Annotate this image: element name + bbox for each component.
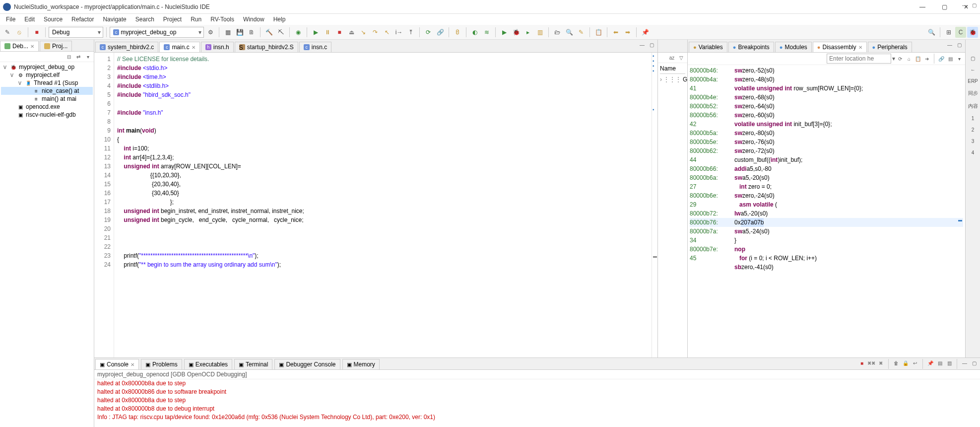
step-into-icon[interactable]: ↘ <box>358 27 369 38</box>
close-tab-icon[interactable]: ✕ <box>131 362 134 367</box>
disasm-row[interactable]: 27 int zero = 0; <box>690 182 963 191</box>
reconnect-icon[interactable]: 🔗 <box>435 27 446 38</box>
remove-all-icon[interactable]: ✖ <box>877 359 885 367</box>
disasm-row[interactable]: 80000b56: sw zero,-60(s0) <box>690 111 963 120</box>
disasm-row[interactable]: 45 for (i = 0; i < ROW_LEN; i++) <box>690 254 963 263</box>
debug-tree[interactable]: v🐞myproject_debug_opv⚙myproject.elfv🧵Thr… <box>0 62 94 427</box>
sidebar-item[interactable]: 同步 <box>967 89 979 98</box>
sort-icon[interactable]: az <box>668 54 676 62</box>
tab-console[interactable]: ▣Console✕ <box>95 359 139 369</box>
save-all-icon[interactable]: 🗎 <box>246 27 257 38</box>
menu-rv-tools[interactable]: RV-Tools <box>206 15 238 24</box>
disasm-row[interactable]: 80000b76: 0x207a07b <box>690 218 963 227</box>
tree-item[interactable]: v⚙myproject.elf <box>1 71 93 79</box>
trace-icon[interactable]: ◐ <box>469 27 480 38</box>
menu-refactor[interactable]: Refactor <box>67 15 98 24</box>
menu-help[interactable]: Help <box>269 15 290 24</box>
terminate-icon[interactable]: ■ <box>334 27 345 38</box>
tab-modules[interactable]: ●Modules <box>775 42 812 52</box>
open-console-icon[interactable]: ▥ <box>945 359 953 367</box>
open-perspective-icon[interactable]: ⊞ <box>943 27 954 38</box>
tab-project-explorer[interactable]: Proj... <box>40 41 72 51</box>
filter-icon[interactable]: ▽ <box>677 54 685 62</box>
resume-icon[interactable]: ▶ <box>310 27 321 38</box>
location-input[interactable] <box>827 54 891 64</box>
disconnect-icon[interactable]: ⏏ <box>346 27 357 38</box>
menu-project[interactable]: Project <box>159 15 186 24</box>
overview-ruler[interactable]: ▪▪▪▪ ▪ <box>652 53 657 357</box>
editor-tab[interactable]: hinsn.h <box>201 42 234 52</box>
collapse-all-icon[interactable]: ⊟ <box>65 53 73 61</box>
run-icon[interactable]: ▶ <box>499 27 510 38</box>
tab-variables[interactable]: ●Variables <box>689 42 727 52</box>
terminate-icon[interactable]: ■ <box>858 359 866 367</box>
build-icon[interactable]: 🔨 <box>263 27 274 38</box>
remove-terminated-icon[interactable]: ✖✖ <box>867 359 875 367</box>
sidebar-item[interactable]: 1 <box>971 115 976 122</box>
stop-icon[interactable]: ■ <box>31 27 42 38</box>
mark-icon[interactable]: ✎ <box>576 27 587 38</box>
tab-problems[interactable]: ▣Problems <box>141 359 182 369</box>
build-all-icon[interactable]: ⛏ <box>275 27 286 38</box>
close-tab-icon[interactable]: ✕ <box>30 44 34 49</box>
sidebar-item[interactable]: 4 <box>971 149 976 156</box>
tree-item[interactable]: v🧵Thread #1 (Susp <box>1 79 93 87</box>
sidebar-item[interactable]: ERP <box>967 77 979 85</box>
disasm-row[interactable]: sb zero,-41(s0) <box>690 263 963 272</box>
close-tab-icon[interactable]: ✕ <box>192 45 196 50</box>
drop-frame-icon[interactable]: ⤒ <box>405 27 416 38</box>
editor-tab[interactable]: Sstartup_hbirdv2.S <box>235 42 298 52</box>
tree-item[interactable]: ≡main() at mai <box>1 95 93 103</box>
step-over-icon[interactable]: ↷ <box>370 27 381 38</box>
tab-terminal[interactable]: ▣Terminal <box>234 359 272 369</box>
tab-breakpoints[interactable]: ●Breakpoints <box>728 42 774 52</box>
quick-access-icon[interactable]: 🔍 <box>926 27 937 38</box>
disasm-row[interactable]: 80000b4a: sw zero,-48(s0) <box>690 75 963 84</box>
profiling-icon[interactable]: ≋ <box>481 27 492 38</box>
refresh-icon[interactable]: ⟳ <box>896 55 904 63</box>
tab-disassembly[interactable]: ●Disassembly✕ <box>813 42 867 52</box>
disasm-row[interactable]: 29 asm volatile ( <box>690 200 963 209</box>
goto-icon[interactable]: ➜ <box>923 55 931 63</box>
maximize-view-icon[interactable]: ▢ <box>955 41 963 49</box>
disasm-row[interactable]: 42 volatile unsigned int init_buf[3]={0}… <box>690 120 963 129</box>
db-icon[interactable]: 🛢 <box>452 27 463 38</box>
link-editor-icon[interactable]: ⇄ <box>74 53 82 61</box>
disasm-row[interactable]: 80000b72: lw a5,-20(s0) <box>690 209 963 218</box>
sidebar-item[interactable]: 2 <box>971 126 976 134</box>
maximize-view-icon[interactable]: ▢ <box>970 359 978 367</box>
disasm-row[interactable]: 80000b4e: sw zero,-68(s0) <box>690 93 963 102</box>
menu-navigate[interactable]: Navigate <box>99 15 130 24</box>
maximize-editor-icon[interactable]: ▢ <box>648 41 655 49</box>
tree-item[interactable]: ≡nice_case() at <box>1 87 93 95</box>
minimize-view-icon[interactable]: — <box>946 41 954 49</box>
menu-search[interactable]: Search <box>131 15 158 24</box>
skip-bp-icon[interactable]: ⦸ <box>14 27 25 38</box>
disasm-row[interactable]: 80000b5e: sw zero,-76(s0) <box>690 138 963 146</box>
menu-source[interactable]: Source <box>40 15 66 24</box>
tree-item[interactable]: ▣openocd.exe <box>1 103 93 111</box>
wrap-icon[interactable]: ↩ <box>911 359 919 367</box>
settings-icon[interactable]: ⚙ <box>205 27 216 38</box>
disassembly-listing[interactable]: 80000b46: sw zero,-52(s0)80000b4a: sw ze… <box>688 65 965 357</box>
display-selected-icon[interactable]: ▤ <box>936 359 944 367</box>
menu-run[interactable]: Run <box>187 15 205 24</box>
suspend-icon[interactable]: ⏸ <box>322 27 333 38</box>
tab-peripherals[interactable]: ●Peripherals <box>868 42 912 52</box>
sidebar-arrow-icon[interactable]: ← <box>970 66 977 73</box>
debug-icon[interactable]: 🐞 <box>511 27 522 38</box>
save-icon[interactable]: 💾 <box>234 27 245 38</box>
close-tab-icon[interactable]: ✕ <box>858 45 862 50</box>
cheatsheet-icon[interactable]: 📋 <box>593 27 604 38</box>
pin-icon[interactable]: 📌 <box>640 27 651 38</box>
menu-edit[interactable]: Edit <box>20 15 39 24</box>
build-config-combo[interactable]: Debug <box>49 27 103 38</box>
minimize-view-icon[interactable]: — <box>961 359 969 367</box>
edit-source-icon[interactable]: ✎ <box>2 27 13 38</box>
code-editor[interactable]: 123456789101112131415161718192021222324 … <box>94 53 657 357</box>
tab-executables[interactable]: ▣Executables <box>184 359 232 369</box>
instr-step-icon[interactable]: i→ <box>393 27 404 38</box>
tree-item[interactable]: ▣riscv-nuclei-elf-gdb <box>1 111 93 119</box>
disasm-row[interactable]: 80000b52: sw zero,-64(s0) <box>690 102 963 111</box>
run-last-icon[interactable]: ▸ <box>523 27 533 38</box>
